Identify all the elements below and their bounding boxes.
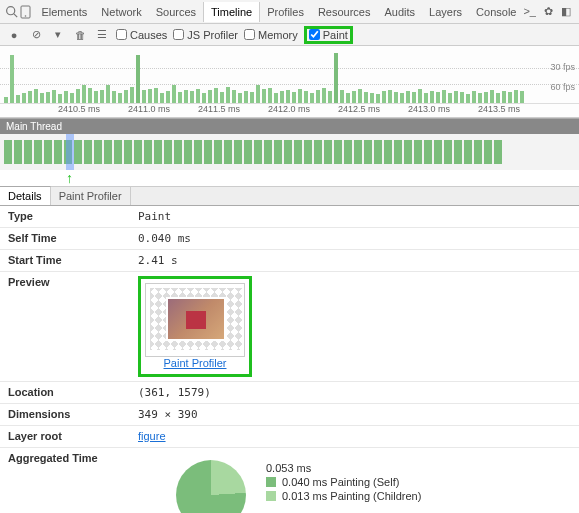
paint-label: Paint (323, 29, 348, 41)
details-body: Type Paint Self Time 0.040 ms Start Time… (0, 206, 579, 513)
causes-label: Causes (130, 29, 167, 41)
devtools-topbar: Elements Network Sources Timeline Profil… (0, 0, 579, 24)
tab-details[interactable]: Details (0, 186, 51, 205)
svg-point-0 (6, 7, 14, 15)
paint-checkbox[interactable]: Paint (309, 29, 348, 41)
svg-point-3 (25, 15, 27, 17)
row-starttime: Start Time 2.41 s (0, 250, 579, 272)
aggregated-time-pie (176, 460, 246, 513)
gear-icon[interactable]: ✿ (544, 5, 553, 18)
minimap-title: Main Thread (0, 119, 579, 134)
device-icon[interactable] (18, 3, 32, 21)
legend-swatch-children (266, 491, 276, 501)
legend-swatch-self (266, 477, 276, 487)
layer-root-link[interactable]: figure (138, 430, 166, 442)
tab-profiles[interactable]: Profiles (260, 2, 311, 22)
minimap-cursor[interactable] (66, 134, 74, 170)
graph-bars (0, 53, 579, 103)
details-tabs: Details Paint Profiler (0, 187, 579, 206)
tab-console[interactable]: Console (469, 2, 523, 22)
tab-sources[interactable]: Sources (149, 2, 203, 22)
preview-image (166, 297, 226, 341)
tab-resources[interactable]: Resources (311, 2, 378, 22)
arrow-up-icon: ↑ (66, 170, 73, 186)
paint-checkbox-highlight: Paint (304, 26, 353, 44)
memory-label: Memory (258, 29, 298, 41)
causes-checkbox[interactable]: Causes (116, 29, 167, 41)
panel-tabs: Elements Network Sources Timeline Profil… (34, 2, 523, 22)
view-icon[interactable]: ☰ (94, 27, 110, 43)
row-location: Location (361, 1579) (0, 382, 579, 404)
tab-paint-profiler[interactable]: Paint Profiler (51, 187, 131, 205)
search-icon[interactable] (4, 3, 18, 21)
filter-icon[interactable]: ▾ (50, 27, 66, 43)
row-aggtime: Aggregated Time 0.053 ms 0.040 ms Painti… (0, 448, 579, 513)
row-preview: Preview Paint Profiler (0, 272, 579, 382)
topbar-right: >_ ✿ ◧ (523, 5, 575, 18)
memory-checkbox[interactable]: Memory (244, 29, 298, 41)
paint-profiler-link[interactable]: Paint Profiler (145, 357, 245, 370)
row-layerroot: Layer root figure (0, 426, 579, 448)
dock-icon[interactable]: ◧ (561, 5, 571, 18)
legend-children: 0.013 ms Painting (Children) (282, 490, 421, 502)
drawer-icon[interactable]: >_ (523, 5, 536, 18)
trash-icon[interactable]: 🗑 (72, 27, 88, 43)
record-icon[interactable]: ● (6, 27, 22, 43)
row-selftime: Self Time 0.040 ms (0, 228, 579, 250)
jsprofiler-checkbox[interactable]: JS Profiler (173, 29, 238, 41)
minimap: Main Thread ↑ (0, 118, 579, 187)
tab-elements[interactable]: Elements (34, 2, 94, 22)
preview-checkerboard (150, 288, 242, 350)
minimap-arrow: ↑ (0, 170, 579, 186)
minimap-bars[interactable] (0, 134, 579, 170)
clear-icon[interactable]: ⊘ (28, 27, 44, 43)
agg-total: 0.053 ms (266, 462, 311, 474)
timeline-toolbar: ● ⊘ ▾ 🗑 ☰ Causes JS Profiler Memory Pain… (0, 24, 579, 46)
tab-audits[interactable]: Audits (377, 2, 422, 22)
preview-highlight: Paint Profiler (138, 276, 252, 377)
fps-graph[interactable]: 30 fps 60 fps 2410.5 ms2411.0 (0, 46, 579, 118)
row-dimensions: Dimensions 349 × 390 (0, 404, 579, 426)
jsprofiler-label: JS Profiler (187, 29, 238, 41)
aggregated-time-legend: 0.053 ms 0.040 ms Painting (Self) 0.013 … (266, 460, 421, 513)
row-type: Type Paint (0, 206, 579, 228)
svg-line-1 (14, 14, 17, 17)
tab-network[interactable]: Network (94, 2, 148, 22)
tab-layers[interactable]: Layers (422, 2, 469, 22)
tab-timeline[interactable]: Timeline (203, 2, 260, 22)
graph-axis: 2410.5 ms2411.0 ms2411.5 ms 2412.0 ms241… (0, 103, 579, 117)
legend-self: 0.040 ms Painting (Self) (282, 476, 399, 488)
preview-thumbnail[interactable] (145, 283, 245, 357)
